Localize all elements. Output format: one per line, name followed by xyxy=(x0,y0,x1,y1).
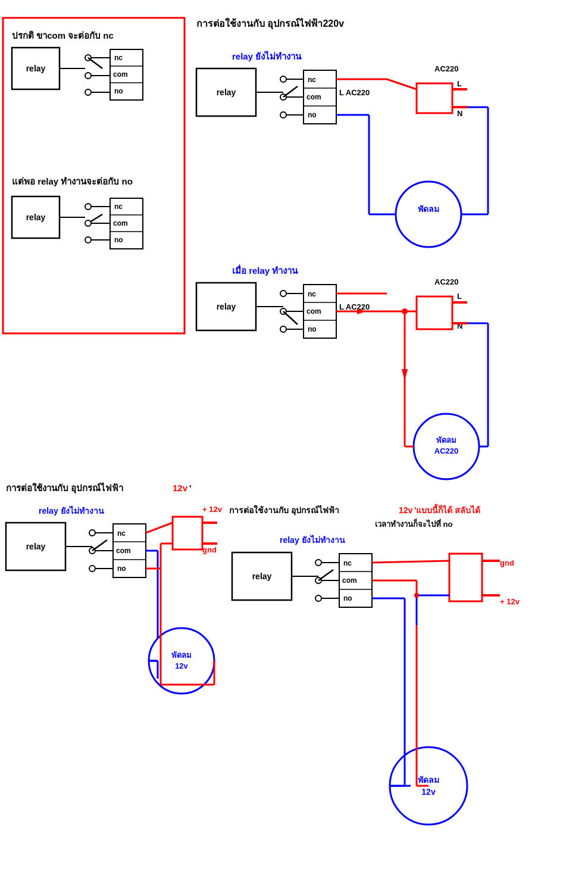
svg-text:พัดลม: พัดลม xyxy=(171,651,192,660)
svg-text:gnd: gnd xyxy=(202,545,217,554)
svg-rect-73 xyxy=(196,283,256,330)
svg-point-41 xyxy=(280,94,286,100)
svg-text:12v: 12v xyxy=(421,787,436,797)
svg-point-7 xyxy=(85,73,91,79)
svg-line-23 xyxy=(88,214,102,223)
svg-text:12v: 12v xyxy=(399,505,413,515)
svg-point-78 xyxy=(280,326,286,332)
svg-text:เมื่อ  relay ทำงาน: เมื่อ relay ทำงาน xyxy=(232,264,298,276)
svg-rect-47 xyxy=(304,70,336,124)
svg-rect-93 xyxy=(417,296,452,329)
svg-text:การต่อใช้งานกับ  อุปกรณ์ไฟฟ้า2: การต่อใช้งานกับ อุปกรณ์ไฟฟ้า220v xyxy=(196,18,344,30)
svg-point-161 xyxy=(315,560,321,566)
svg-point-162 xyxy=(315,577,321,583)
svg-text:relay ยังไม่ทำงาน: relay ยังไม่ทำงาน xyxy=(232,51,302,61)
svg-text:+ 12v: + 12v xyxy=(500,597,520,606)
svg-point-66 xyxy=(396,182,461,247)
svg-rect-126 xyxy=(113,524,146,577)
svg-line-125 xyxy=(92,540,107,551)
svg-text:com: com xyxy=(113,70,128,79)
svg-text:no: no xyxy=(308,111,317,119)
svg-text:+ 12v: + 12v xyxy=(202,505,223,514)
svg-rect-168 xyxy=(339,554,372,607)
svg-point-119 xyxy=(89,530,95,536)
svg-rect-0 xyxy=(3,18,184,333)
svg-text:AC220: AC220 xyxy=(434,64,458,73)
svg-text:': ' xyxy=(189,483,192,493)
svg-text:12v: 12v xyxy=(175,661,188,670)
svg-point-100 xyxy=(402,308,408,314)
svg-text:nc: nc xyxy=(114,54,123,62)
svg-text:nc: nc xyxy=(308,76,316,84)
svg-text:12v: 12v xyxy=(173,483,188,493)
svg-marker-104 xyxy=(402,369,408,381)
svg-text:nc: nc xyxy=(117,529,126,538)
svg-text:relay: relay xyxy=(26,64,46,73)
svg-text:gnd: gnd xyxy=(500,558,514,567)
svg-line-46 xyxy=(283,86,298,97)
svg-text:relay: relay xyxy=(26,542,46,551)
page-container: ปรกติ ขาcom จะต่อกับ nc relay nc com no … xyxy=(0,0,588,893)
svg-text:relay ยังไม่ทำงาน: relay ยังไม่ทำงาน xyxy=(280,535,345,545)
svg-rect-57 xyxy=(417,83,452,113)
svg-text:com: com xyxy=(306,93,321,101)
svg-point-184 xyxy=(414,593,419,598)
svg-text:พัดลม: พัดลม xyxy=(418,775,439,785)
svg-text:no: no xyxy=(343,594,352,602)
svg-point-105 xyxy=(414,414,479,479)
svg-text:com: com xyxy=(113,219,128,227)
svg-point-42 xyxy=(280,112,286,118)
svg-line-137 xyxy=(146,523,173,533)
svg-rect-83 xyxy=(304,285,336,338)
svg-line-6 xyxy=(88,58,102,68)
circuit-svg: ปรกติ ขาcom จะต่อกับ nc relay nc com no … xyxy=(0,0,588,893)
svg-text:no: no xyxy=(308,325,317,333)
svg-text:การต่อใช้งานกับ  อุปกรณ์ไฟฟ้า: การต่อใช้งานกับ อุปกรณ์ไฟฟ้า xyxy=(6,482,123,494)
svg-text:no: no xyxy=(114,236,123,244)
svg-line-82 xyxy=(283,311,298,324)
svg-text:relay: relay xyxy=(217,88,236,97)
svg-point-24 xyxy=(85,220,91,226)
svg-text:AC220: AC220 xyxy=(434,447,458,455)
svg-text:การต่อใช้งานกับ  อุปกรณ์ไฟฟ้า: การต่อใช้งานกับ อุปกรณ์ไฟฟ้า xyxy=(229,505,339,516)
svg-text:N: N xyxy=(457,109,462,118)
svg-point-77 xyxy=(280,308,286,314)
svg-point-120 xyxy=(89,548,95,554)
svg-point-40 xyxy=(280,76,286,82)
svg-text:AC220: AC220 xyxy=(434,277,458,286)
svg-rect-37 xyxy=(196,68,256,116)
svg-line-179 xyxy=(372,561,449,563)
svg-text:com: com xyxy=(306,307,321,316)
svg-text:เวลาทำงานก็จะไปที่  no: เวลาทำงานก็จะไปที่ no xyxy=(375,518,453,529)
svg-point-21 xyxy=(85,204,91,210)
svg-text:relay: relay xyxy=(26,213,46,222)
svg-text:nc: nc xyxy=(343,559,352,567)
svg-text:พัดลม: พัดลม xyxy=(436,436,456,445)
svg-text:ปรกติ  ขาcom จะต่อกับ  nc: ปรกติ ขาcom จะต่อกับ nc xyxy=(12,30,114,40)
svg-text:พัดลม: พัดลม xyxy=(418,204,439,214)
svg-rect-11 xyxy=(110,49,143,100)
svg-text:relay: relay xyxy=(217,302,236,311)
svg-text:L: L xyxy=(457,292,462,301)
svg-rect-176 xyxy=(449,554,482,601)
svg-rect-134 xyxy=(173,517,202,549)
svg-text:L: L xyxy=(457,79,462,88)
svg-text:no: no xyxy=(117,564,126,573)
svg-line-167 xyxy=(318,570,333,580)
svg-point-163 xyxy=(315,595,321,601)
svg-marker-97 xyxy=(357,308,366,314)
svg-text:L AC220: L AC220 xyxy=(339,88,370,97)
svg-text:com: com xyxy=(342,576,357,585)
svg-point-144 xyxy=(149,628,214,694)
svg-text:nc: nc xyxy=(114,202,123,211)
svg-point-76 xyxy=(280,291,286,296)
svg-point-26 xyxy=(85,237,91,243)
svg-point-4 xyxy=(85,55,91,61)
svg-text:com: com xyxy=(116,547,131,555)
svg-rect-28 xyxy=(110,198,143,249)
svg-text:nc: nc xyxy=(308,290,316,298)
svg-text:no: no xyxy=(114,87,123,95)
svg-text:relay ยังไม่ทำงาน: relay ยังไม่ทำงาน xyxy=(39,505,104,516)
svg-text:แต่พอ  relay ทำงานจะต่อกับ  no: แต่พอ relay ทำงานจะต่อกับ no xyxy=(12,176,133,186)
svg-point-9 xyxy=(85,89,91,95)
